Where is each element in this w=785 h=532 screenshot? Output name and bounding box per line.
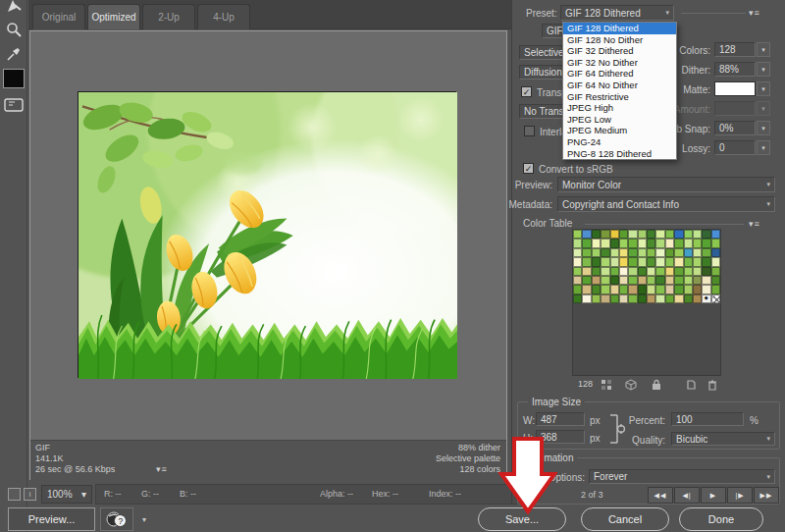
color-swatch[interactable] — [702, 248, 710, 257]
device-preview-icon[interactable]: i — [24, 488, 36, 501]
color-swatch[interactable] — [573, 294, 582, 303]
matte-color-swatch[interactable] — [714, 81, 756, 96]
dither-input[interactable]: 88% — [714, 62, 756, 77]
color-swatch[interactable] — [684, 285, 693, 293]
color-swatch[interactable] — [711, 267, 720, 276]
preset-option-gif-128-dithered[interactable]: GIF 128 Dithered — [563, 23, 676, 34]
color-swatch[interactable] — [647, 285, 655, 293]
color-swatch[interactable] — [610, 267, 619, 276]
color-swatch[interactable] — [674, 276, 683, 285]
download-rate-menu-icon[interactable]: ▾≡ — [156, 464, 168, 474]
color-swatch[interactable] — [582, 267, 591, 276]
color-swatch[interactable] — [601, 257, 609, 266]
new-color-icon[interactable] — [685, 379, 697, 393]
color-swatch[interactable] — [610, 285, 619, 293]
color-swatch[interactable] — [711, 276, 720, 285]
color-swatch[interactable] — [619, 276, 628, 285]
color-swatch[interactable] — [647, 239, 655, 247]
convert-srgb-checkbox[interactable]: ✓ — [523, 163, 534, 174]
color-swatch[interactable] — [628, 248, 637, 257]
color-swatch[interactable] — [638, 267, 647, 276]
color-swatch[interactable] — [601, 230, 609, 239]
color-swatch[interactable] — [573, 285, 582, 293]
color-swatch[interactable] — [711, 239, 720, 247]
first-frame-button[interactable]: ◀◀ — [648, 487, 673, 504]
color-swatch[interactable] — [684, 276, 693, 285]
color-swatch[interactable] — [628, 294, 637, 303]
next-frame-button[interactable]: |▶ — [727, 487, 753, 504]
color-swatch[interactable] — [638, 294, 647, 303]
color-swatch[interactable] — [684, 294, 693, 303]
color-swatch[interactable] — [628, 285, 637, 293]
web-snap-input[interactable]: 0% — [714, 121, 756, 135]
done-button[interactable]: Done — [679, 507, 763, 531]
color-swatch[interactable] — [684, 239, 693, 247]
color-swatch[interactable] — [674, 267, 683, 276]
color-swatch[interactable] — [655, 230, 664, 239]
color-swatch[interactable] — [601, 276, 609, 285]
color-swatch[interactable] — [702, 285, 710, 293]
color-swatch[interactable] — [582, 248, 591, 257]
color-swatch[interactable] — [582, 285, 591, 293]
color-swatch[interactable] — [619, 230, 628, 239]
color-swatch[interactable] — [628, 276, 637, 285]
preset-option-gif-restrictive[interactable]: GIF Restrictive — [563, 91, 676, 103]
web-shift-cube-icon[interactable] — [625, 379, 637, 393]
color-swatch[interactable] — [674, 294, 683, 303]
transparency-checkbox[interactable]: ✓ — [521, 86, 532, 97]
color-swatch[interactable] — [647, 248, 655, 257]
color-swatch[interactable] — [665, 248, 674, 257]
zoom-level-select[interactable]: 100% ▾ — [41, 485, 92, 504]
color-swatch[interactable] — [702, 276, 710, 285]
color-swatch[interactable] — [665, 239, 674, 247]
colors-chevron-icon[interactable]: ▾ — [757, 42, 770, 57]
color-swatch[interactable] — [665, 294, 674, 303]
color-swatch[interactable] — [684, 267, 693, 276]
color-swatch[interactable] — [610, 294, 619, 303]
preset-option-gif-64-dithered[interactable]: GIF 64 Dithered — [563, 68, 676, 80]
color-swatch[interactable] — [601, 239, 609, 247]
color-swatch[interactable] — [601, 285, 609, 293]
color-swatch[interactable] — [638, 248, 647, 257]
color-swatch[interactable] — [655, 285, 664, 293]
color-swatch[interactable] — [684, 230, 693, 239]
color-swatch[interactable] — [601, 294, 609, 303]
color-swatch[interactable] — [592, 294, 601, 303]
color-swatch[interactable] — [711, 257, 720, 266]
color-swatch[interactable] — [684, 257, 693, 266]
color-swatch[interactable] — [601, 267, 609, 276]
color-swatch[interactable] — [628, 267, 637, 276]
width-input[interactable]: 487 — [536, 412, 585, 426]
color-swatch[interactable] — [582, 257, 591, 266]
color-swatch[interactable] — [610, 230, 619, 239]
color-swatch[interactable] — [592, 230, 601, 239]
color-swatch[interactable] — [693, 239, 702, 247]
color-swatch[interactable] — [665, 285, 674, 293]
metadata-select[interactable]: Copyright and Contact Info ▾ — [557, 196, 775, 212]
colors-input[interactable]: 128 — [714, 42, 756, 57]
color-swatch[interactable] — [638, 239, 647, 247]
color-swatch[interactable] — [674, 239, 683, 247]
preview-in-browser-button[interactable]: Preview... — [8, 507, 95, 531]
matte-chevron-icon[interactable]: ▾ — [757, 81, 770, 96]
lossy-input[interactable]: 0 — [714, 140, 756, 155]
color-swatch[interactable] — [592, 248, 601, 257]
lock-color-icon[interactable] — [651, 379, 662, 393]
percent-input[interactable]: 100 — [671, 412, 744, 426]
color-swatch[interactable] — [647, 267, 655, 276]
color-swatch[interactable] — [610, 276, 619, 285]
color-swatch[interactable] — [711, 294, 720, 303]
color-swatch[interactable] — [573, 276, 582, 285]
color-swatch[interactable] — [592, 267, 601, 276]
color-swatch[interactable] — [638, 257, 647, 266]
color-swatch[interactable] — [711, 230, 720, 239]
tab-2-up[interactable]: 2-Up — [142, 4, 195, 29]
color-swatch[interactable] — [702, 267, 710, 276]
color-swatch[interactable] — [674, 257, 683, 266]
color-swatch[interactable] — [573, 257, 582, 266]
color-swatch[interactable] — [610, 239, 619, 247]
color-swatch[interactable] — [628, 239, 637, 247]
color-swatch[interactable] — [655, 294, 664, 303]
color-swatch[interactable] — [619, 248, 628, 257]
color-swatch[interactable] — [573, 267, 582, 276]
